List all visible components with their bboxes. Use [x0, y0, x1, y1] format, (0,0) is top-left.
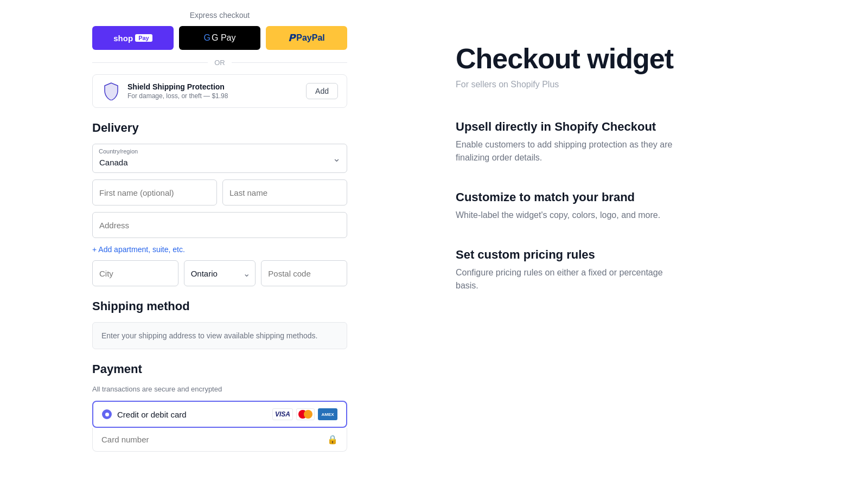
shield-left: Shield Shipping Protection For damage, l…	[101, 81, 228, 101]
feature-item-2: Set custom pricing rules Configure prici…	[456, 248, 825, 292]
radio-inner	[105, 413, 109, 416]
payment-option-wrapper: Credit or debit card VISA AMEX 🔒	[92, 401, 347, 452]
mastercard-icon	[296, 408, 315, 420]
delivery-section: Delivery Country/region Canada United St…	[92, 121, 347, 286]
feature-desc-1: White-label the widget's copy, colors, l…	[456, 209, 684, 222]
shield-protection-row: Shield Shipping Protection For damage, l…	[92, 74, 347, 108]
amex-icon: AMEX	[318, 408, 337, 420]
express-checkout-label: Express checkout	[92, 11, 347, 20]
paypal-label: PayPal	[296, 33, 324, 43]
name-row	[92, 179, 347, 206]
country-select[interactable]: Canada United States United Kingdom	[92, 144, 347, 173]
delivery-heading: Delivery	[92, 121, 347, 135]
checkout-panel: Express checkout shop Pay G G Pay 𝗣 PayP…	[0, 0, 391, 488]
payment-subtitle: All transactions are secure and encrypte…	[92, 385, 347, 393]
shield-subtitle: For damage, loss, or theft — $1.98	[127, 92, 228, 100]
paypal-p-icon: 𝗣	[288, 32, 295, 44]
country-select-wrap: Country/region Canada United States Unit…	[92, 144, 347, 173]
widget-subtitle: For sellers on Shopify Plus	[456, 80, 825, 89]
first-name-input[interactable]	[92, 179, 217, 206]
shield-text: Shield Shipping Protection For damage, l…	[127, 82, 228, 100]
right-info-panel: Checkout widget For sellers on Shopify P…	[391, 0, 868, 488]
shipping-info-box: Enter your shipping address to view avai…	[92, 322, 347, 349]
feature-item-1: Customize to match your brand White-labe…	[456, 190, 825, 222]
shop-pay-button[interactable]: shop Pay	[92, 26, 174, 50]
feature-desc-0: Enable customers to add shipping protect…	[456, 138, 684, 164]
shield-title: Shield Shipping Protection	[127, 82, 228, 91]
or-divider: OR	[92, 59, 347, 67]
add-apt-link[interactable]: + Add apartment, suite, etc.	[92, 245, 185, 254]
credit-card-radio[interactable]	[102, 409, 112, 419]
express-buttons: shop Pay G G Pay 𝗣 PayPal	[92, 26, 347, 50]
province-select-wrap: Ontario British Columbia Alberta Quebec …	[184, 260, 256, 286]
card-icons: VISA AMEX	[272, 408, 337, 420]
payment-heading: Payment	[92, 362, 347, 376]
shield-svg	[103, 82, 119, 100]
feature-desc-2: Configure pricing rules on either a fixe…	[456, 266, 684, 292]
visa-icon: VISA	[272, 408, 293, 420]
last-name-input[interactable]	[222, 179, 347, 206]
city-input[interactable]	[92, 260, 178, 286]
mc-orange-circle	[304, 410, 312, 419]
card-number-field: 🔒	[92, 428, 347, 452]
feature-title-2: Set custom pricing rules	[456, 248, 825, 262]
mc-circles	[298, 410, 312, 419]
credit-card-label: Credit or debit card	[117, 410, 187, 419]
province-select[interactable]: Ontario British Columbia Alberta Quebec	[184, 260, 256, 286]
city-row: Ontario British Columbia Alberta Quebec …	[92, 260, 347, 286]
feature-title-0: Upsell directly in Shopify Checkout	[456, 120, 825, 134]
postal-code-input[interactable]	[261, 260, 347, 286]
google-g-icon: G	[204, 33, 210, 43]
address-input[interactable]	[92, 212, 347, 238]
shop-pay-text: shop	[113, 34, 133, 43]
shop-pay-badge: Pay	[135, 34, 152, 42]
feature-item-0: Upsell directly in Shopify Checkout Enab…	[456, 120, 825, 164]
shipping-method-heading: Shipping method	[92, 299, 347, 313]
or-text: OR	[214, 59, 225, 67]
widget-title: Checkout widget	[456, 43, 825, 74]
card-number-input[interactable]	[101, 435, 327, 444]
lock-icon: 🔒	[327, 434, 338, 445]
feature-title-1: Customize to match your brand	[456, 190, 825, 204]
google-pay-button[interactable]: G G Pay	[179, 26, 260, 50]
payment-left: Credit or debit card	[102, 409, 187, 419]
shield-icon	[101, 81, 121, 101]
shipping-method-section: Shipping method Enter your shipping addr…	[92, 299, 347, 349]
gpay-label: G Pay	[212, 33, 235, 43]
express-checkout-section: Express checkout shop Pay G G Pay 𝗣 PayP…	[92, 11, 347, 108]
shield-add-button[interactable]: Add	[306, 83, 338, 99]
payment-section: Payment All transactions are secure and …	[92, 362, 347, 452]
paypal-button[interactable]: 𝗣 PayPal	[266, 26, 347, 50]
credit-card-option[interactable]: Credit or debit card VISA AMEX	[92, 401, 347, 428]
